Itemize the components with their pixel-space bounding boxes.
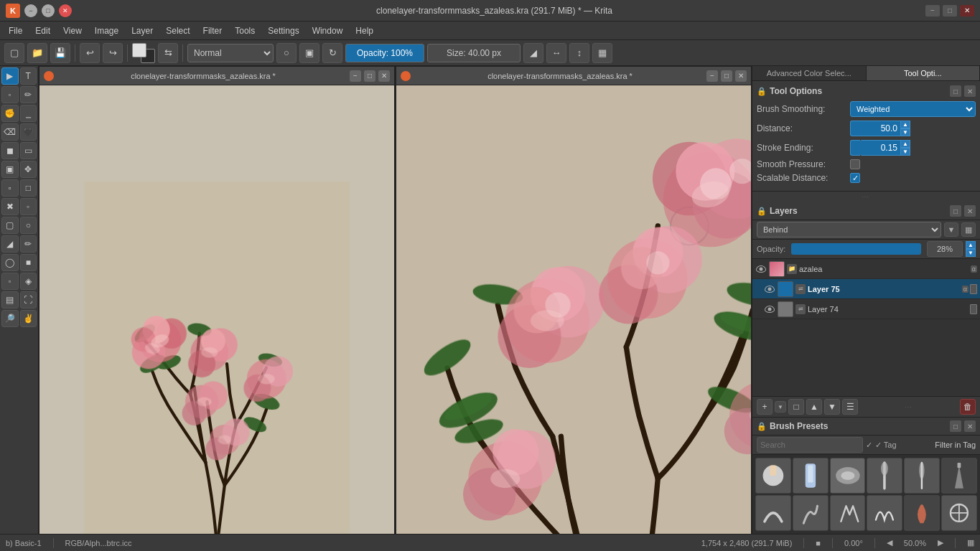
eraser-tool[interactable]: ⌫	[1, 123, 19, 141]
tab-advanced-color[interactable]: Advanced Color Selec...	[752, 66, 867, 80]
text-tool[interactable]: T	[20, 67, 37, 85]
doc1-restore[interactable]: □	[364, 70, 375, 82]
move-tool[interactable]: ✥	[20, 161, 37, 178]
brush-thumb-8[interactable]	[793, 495, 829, 531]
vector-select[interactable]: ◦	[20, 198, 37, 215]
layer-properties-btn[interactable]: ☰	[842, 399, 858, 415]
menu-edit[interactable]: Edit	[29, 24, 56, 37]
flip-h-btn[interactable]: ↔	[546, 43, 566, 63]
stroke-ending-input[interactable]	[860, 140, 900, 156]
line-tool[interactable]: ⎯	[20, 105, 37, 122]
gradient-tool[interactable]: ▭	[20, 142, 37, 159]
menu-tools[interactable]: Tools	[229, 24, 261, 37]
brush-presets-float[interactable]: □	[950, 420, 961, 432]
contiguous-select[interactable]: ◢	[1, 235, 19, 253]
redo-btn[interactable]: ↪	[103, 43, 123, 63]
distance-input[interactable]	[850, 121, 900, 136]
clear-btn[interactable]: ○	[276, 43, 297, 63]
brush-smoothing-select[interactable]: Weighted Basic Stabilizer None	[850, 101, 976, 117]
smooth-pressure-checkbox[interactable]	[850, 159, 860, 169]
title-restore-btn[interactable]: □	[943, 5, 957, 17]
doc2-restore[interactable]: □	[721, 70, 732, 82]
brush-thumb-4[interactable]	[867, 458, 902, 494]
doc1-close[interactable]: ✕	[378, 70, 390, 82]
doc2-close[interactable]: ✕	[735, 70, 747, 82]
brush-thumb-10[interactable]	[867, 495, 902, 531]
opacity-display[interactable]: Opacity: 100%	[345, 44, 424, 62]
tool-options-float[interactable]: □	[950, 85, 961, 97]
status-zoom-in[interactable]: ▶	[938, 538, 943, 547]
window-minimize[interactable]: −	[24, 4, 37, 17]
brush-thumb-12[interactable]	[941, 495, 977, 531]
blend-mode-select[interactable]: Normal Multiply Screen Behind	[187, 44, 274, 62]
crop-tool[interactable]: ▣	[1, 161, 19, 178]
smart-patch[interactable]: ◈	[20, 273, 37, 290]
transform-tool[interactable]: ▫	[1, 179, 19, 197]
brush-thumb-1[interactable]	[755, 458, 791, 494]
undo-btn[interactable]: ↩	[80, 43, 100, 63]
doc1-canvas[interactable]	[39, 85, 394, 534]
layer-item-74[interactable]: ⇌ Layer 74	[752, 299, 980, 319]
brush-thumb-2[interactable]	[793, 458, 829, 494]
delete-layer-btn[interactable]: 🗑	[960, 399, 976, 415]
doc1-minimize[interactable]: −	[350, 70, 361, 82]
title-minimize-btn[interactable]: −	[925, 5, 940, 17]
frame-btn[interactable]: ▦	[592, 43, 612, 63]
brush-tool[interactable]: ✊	[1, 105, 19, 122]
brush-thumb-5[interactable]	[904, 458, 940, 494]
brush-search-input[interactable]	[757, 437, 863, 453]
title-close-btn[interactable]: ✕	[960, 5, 974, 17]
layers-close-btn[interactable]: ✕	[964, 205, 976, 217]
measurement-tool[interactable]: ⛶	[20, 291, 37, 309]
window-maximize[interactable]: □	[42, 4, 55, 17]
lasso-tool[interactable]: ◦	[1, 273, 19, 290]
layers-blend-select[interactable]: Behind Normal Multiply	[757, 222, 941, 237]
fill-tool[interactable]: ◼	[1, 142, 19, 159]
layers-opacity-value[interactable]: 28%	[927, 241, 963, 257]
add-layer-dropdown[interactable]: ▼	[775, 401, 786, 413]
save-document-btn[interactable]: 💾	[50, 43, 70, 63]
layer-75-visibility[interactable]	[764, 283, 775, 295]
flip-v-btn[interactable]: ↕	[569, 43, 589, 63]
status-fullscreen-btn[interactable]: ▦	[967, 538, 974, 547]
tab-tool-options[interactable]: Tool Opti...	[867, 66, 981, 80]
menu-image[interactable]: Image	[89, 24, 124, 37]
move-layer-down-btn[interactable]: ▼	[824, 399, 840, 415]
menu-filter[interactable]: Filter	[197, 24, 228, 37]
reference-tool[interactable]: ▤	[1, 291, 19, 309]
layer-azalea-visibility[interactable]	[755, 263, 767, 275]
brush-thumb-3[interactable]	[830, 458, 866, 494]
add-layer-btn[interactable]: +	[757, 399, 773, 415]
stroke-ending-down[interactable]: ▼	[900, 148, 910, 156]
doc2-canvas[interactable]	[396, 85, 751, 534]
status-zoom-out[interactable]: ◀	[887, 538, 892, 547]
layers-opacity-slider[interactable]	[791, 243, 921, 255]
brush-thumb-7[interactable]	[755, 495, 791, 531]
menu-window[interactable]: Window	[307, 24, 349, 37]
brush-presets-close[interactable]: ✕	[964, 420, 976, 432]
brush-thumb-6[interactable]	[941, 458, 977, 494]
refresh-btn[interactable]: ↻	[322, 43, 342, 63]
eyedropper-tool[interactable]: 🖤	[20, 123, 37, 141]
distance-down[interactable]: ▼	[900, 128, 910, 136]
scalable-distance-checkbox[interactable]: ✓	[850, 173, 860, 183]
menu-select[interactable]: Select	[160, 24, 195, 37]
menu-settings[interactable]: Settings	[262, 24, 304, 37]
similar-select[interactable]: ■	[20, 254, 37, 271]
freehand-select[interactable]: ◦	[1, 86, 19, 103]
opacity-up[interactable]: ▲	[966, 241, 976, 249]
brush-thumb-11[interactable]	[904, 495, 940, 531]
opacity-down[interactable]: ▼	[966, 249, 976, 257]
layer-item-azalea[interactable]: 📁 azalea α	[752, 259, 980, 279]
tool-options-close[interactable]: ✕	[964, 85, 976, 97]
path-tool[interactable]: ✖	[1, 198, 19, 215]
layers-filter-btn[interactable]: ▼	[944, 222, 958, 237]
paint-select[interactable]: ✏	[20, 235, 37, 253]
menu-file[interactable]: File	[3, 24, 28, 37]
color-swatches[interactable]	[132, 43, 155, 63]
ellipse-select[interactable]: ○	[20, 217, 37, 234]
angle-btn[interactable]: ◢	[523, 43, 543, 63]
stroke-ending-up[interactable]: ▲	[900, 140, 910, 148]
layers-float-btn[interactable]: □	[950, 205, 961, 217]
window-close[interactable]: ✕	[59, 4, 72, 17]
